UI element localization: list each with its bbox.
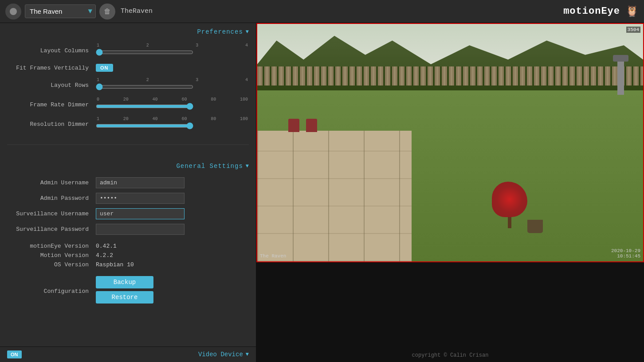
admin-password-row: Admin Password	[0, 191, 256, 206]
red-tree	[492, 182, 527, 226]
surveillance-username-row: Surveillance Username	[0, 206, 256, 222]
layout-columns-slider[interactable]	[96, 49, 193, 56]
configuration-row: Configuration Backup Restore	[0, 274, 256, 308]
fence	[257, 66, 643, 86]
layout-rows-slider[interactable]	[96, 83, 193, 90]
on-button[interactable]: ON	[7, 350, 22, 358]
red-tree-foliage	[492, 182, 527, 217]
configuration-buttons: Backup Restore	[96, 276, 249, 306]
garden-scene	[257, 24, 643, 261]
general-settings-section-header[interactable]: General Settings ▼	[0, 157, 256, 173]
general-settings-chevron-icon: ▼	[246, 163, 249, 169]
fit-frames-label: Fit Frames Vertically	[7, 65, 96, 71]
fit-frames-toggle[interactable]: ON	[96, 64, 113, 72]
frame-rate-row: Frame Rate Dimmer 0 20 40 60 80 100	[0, 95, 256, 114]
svg-point-1	[11, 10, 12, 11]
sidebar-bottom-bar: ON Video Device ▼	[0, 346, 256, 362]
layout-rows-control: 1 2 3 4	[96, 78, 249, 93]
svg-point-2	[13, 10, 14, 11]
layout-columns-label: Layout Columns	[7, 47, 96, 54]
patio-vertical-lines	[257, 131, 412, 261]
motion-version-value: 4.2.2	[96, 252, 113, 259]
fit-frames-control: ON	[96, 64, 249, 72]
layout-columns-control: 1 2 3 4	[96, 43, 249, 58]
camera-select[interactable]: The Raven	[25, 4, 96, 18]
surveillance-password-row: Surveillance Password	[0, 222, 256, 237]
preferences-section-header[interactable]: Preferences ▼	[0, 23, 256, 39]
motion-version-label: Motion Version	[7, 252, 96, 259]
frame-rate-ticks: 0 20 40 60 80 100	[96, 97, 249, 102]
copyright-footer: copyright © Calin Crisan	[256, 349, 644, 362]
top-bar-right: motionEye 🦉	[563, 5, 639, 18]
resolution-row: Resolution Dimmer 1 20 40 60 80 100	[0, 114, 256, 134]
frame-rate-slider[interactable]	[96, 103, 193, 110]
general-settings-body: Admin Username Admin Password Surveillan…	[0, 173, 256, 315]
admin-username-label: Admin Username	[7, 179, 96, 186]
separator-1	[7, 144, 249, 145]
backup-button[interactable]: Backup	[96, 276, 153, 288]
os-version-value: Raspbian 10	[96, 261, 134, 268]
video-device-title: Video Device	[198, 351, 243, 358]
os-version-row: OS Version Raspbian 10	[0, 260, 256, 269]
video-device-section: Video Device ▼	[198, 351, 249, 358]
surveillance-password-input[interactable]	[96, 224, 185, 235]
resolution-control: 1 20 40 60 80 100	[96, 117, 249, 132]
admin-username-control	[96, 177, 249, 188]
motioneye-version-row: motionEye Version 0.42.1	[0, 241, 256, 251]
resolution-label: Resolution Dimmer	[7, 121, 96, 128]
svg-point-6	[15, 12, 16, 13]
preferences-body: Layout Columns 1 2 3 4 Fit Frames Vertic…	[0, 39, 256, 141]
admin-password-input[interactable]	[96, 193, 185, 204]
owl-icon: 🦉	[625, 5, 639, 18]
bird-feeder	[617, 59, 624, 95]
layout-columns-ticks: 1 2 3 4	[96, 43, 249, 48]
camera-select-wrapper: The Raven ▼	[25, 4, 96, 18]
camera-view: 3504 The Raven 2020-10-29 10:51:45 copyr…	[256, 23, 644, 362]
motioneye-version-label: motionEye Version	[7, 243, 96, 249]
timestamp-date: 2020-10-29	[611, 248, 640, 253]
menu-button[interactable]	[5, 4, 21, 19]
layout-rows-label: Layout Rows	[7, 82, 96, 89]
preferences-chevron-icon: ▼	[246, 29, 249, 35]
timestamp-overlay: 2020-10-29 10:51:45	[611, 248, 640, 259]
os-version-label: OS Version	[7, 261, 96, 268]
frame-rate-control: 0 20 40 60 80 100	[96, 97, 249, 112]
sidebar: Preferences ▼ Layout Columns 1 2 3 4	[0, 23, 256, 362]
camera-display-name: TheRaven	[121, 8, 153, 15]
frame-number-overlay: 3504	[626, 27, 640, 33]
chair-2	[306, 119, 317, 132]
svg-point-5	[13, 12, 14, 13]
layout-rows-row: Layout Rows 1 2 3 4	[0, 75, 256, 95]
camera-label-overlay: The Raven	[260, 253, 286, 259]
admin-username-row: Admin Username	[0, 175, 256, 191]
general-settings-title: General Settings	[176, 163, 243, 170]
chair-1	[288, 119, 299, 132]
surveillance-username-label: Surveillance Username	[7, 210, 96, 217]
surveillance-username-control	[96, 208, 249, 219]
video-device-chevron-icon: ▼	[246, 351, 249, 358]
fit-frames-row: Fit Frames Vertically ON	[0, 60, 256, 75]
red-tree-trunk	[508, 217, 511, 228]
surveillance-password-control	[96, 224, 249, 235]
delete-camera-button[interactable]: 🗑	[99, 4, 115, 19]
frame-rate-label: Frame Rate Dimmer	[7, 101, 96, 108]
admin-username-input[interactable]	[96, 177, 185, 188]
restore-button[interactable]: Restore	[96, 291, 153, 304]
top-bar-left: The Raven ▼ 🗑 TheRaven	[5, 4, 153, 19]
app-title: motionEye	[563, 6, 620, 17]
motion-version-row: Motion Version 4.2.2	[0, 251, 256, 260]
svg-point-0	[10, 8, 17, 15]
timestamp-time: 10:51:45	[611, 253, 640, 259]
preferences-title: Preferences	[197, 28, 243, 35]
surveillance-username-input[interactable]	[96, 208, 185, 219]
admin-password-label: Admin Password	[7, 195, 96, 202]
plant-pot	[527, 220, 543, 233]
configuration-label: Configuration	[7, 288, 96, 295]
resolution-slider[interactable]	[96, 122, 193, 129]
svg-point-4	[11, 12, 12, 13]
surveillance-password-label: Surveillance Password	[7, 226, 96, 233]
top-bar: The Raven ▼ 🗑 TheRaven motionEye 🦉	[0, 0, 644, 23]
layout-rows-ticks: 1 2 3 4	[96, 78, 249, 82]
layout-columns-row: Layout Columns 1 2 3 4	[0, 41, 256, 60]
trash-icon: 🗑	[104, 8, 111, 16]
